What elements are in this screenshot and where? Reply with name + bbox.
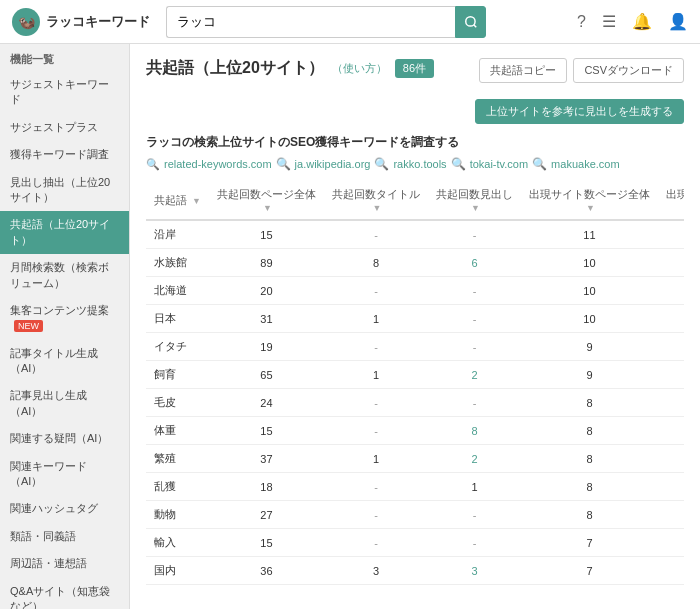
- link-wikipedia[interactable]: ja.wikipedia.org: [295, 158, 371, 170]
- cell-appear-heading: 2: [658, 445, 684, 473]
- logo: 🦦 ラッコキーワード: [12, 8, 150, 36]
- sidebar-item-suggest[interactable]: サジェストキーワード: [0, 71, 129, 114]
- cell-co-occur-heading[interactable]: 6: [428, 249, 521, 277]
- cell-appear-heading: -: [658, 277, 684, 305]
- cell-co-occur-heading: -: [428, 220, 521, 249]
- table-container: 共起語 ▼ 共起回数ページ全体 ▼ 共起回数タイトル ▼ 共起回数見出し: [146, 181, 684, 585]
- cell-co-occur-heading: -: [428, 501, 521, 529]
- usage-link[interactable]: （使い方）: [332, 61, 387, 76]
- cell-co-occur-heading[interactable]: 3: [428, 557, 521, 585]
- sidebar-item-related-q[interactable]: 関連する疑問（AI）: [0, 425, 129, 452]
- cell-co-occur-page: 37: [209, 445, 324, 473]
- th-appear-heading[interactable]: 出現サイト数見出し ▼: [658, 181, 684, 220]
- sidebar-item-monthly-search[interactable]: 月間検索数（検索ボリューム）: [0, 254, 129, 297]
- sidebar-item-see-also[interactable]: 見出し抽出（上位20サイト）: [0, 169, 129, 212]
- cell-keyword: 飼育: [146, 361, 209, 389]
- table-row: 輸入15--7-∨: [146, 529, 684, 557]
- sidebar-item-related-kw[interactable]: 関連キーワード（AI）: [0, 453, 129, 496]
- sidebar-item-article-heading[interactable]: 記事見出し生成（AI）: [0, 382, 129, 425]
- layout: 機能一覧 サジェストキーワード サジェストプラス 獲得キーワード調査 見出し抽出…: [0, 44, 700, 609]
- csv-download-button[interactable]: CSVダウンロード: [573, 58, 684, 83]
- cell-co-occur-page: 19: [209, 333, 324, 361]
- cell-appear-page: 7: [521, 557, 658, 585]
- svg-point-0: [465, 16, 474, 25]
- cell-co-occur-page: 36: [209, 557, 324, 585]
- sidebar-item-word-issues[interactable]: 類語・同義語: [0, 523, 129, 550]
- cell-co-occur-title: -: [324, 501, 428, 529]
- sidebar-item-qa[interactable]: Q&Aサイト（知恵袋など）: [0, 578, 129, 609]
- link-makuake[interactable]: makuake.com: [551, 158, 619, 170]
- cell-keyword: 毛皮: [146, 389, 209, 417]
- sidebar-section-title: 機能一覧: [0, 44, 129, 71]
- th-appear-page[interactable]: 出現サイト数ページ全体 ▼: [521, 181, 658, 220]
- user-icon[interactable]: 👤: [668, 12, 688, 31]
- cell-appear-page: 8: [521, 445, 658, 473]
- cell-keyword: 沿岸: [146, 220, 209, 249]
- sidebar-item-co-occur[interactable]: 共起語（上位20サイト）: [0, 211, 129, 254]
- cell-appear-page: 8: [521, 389, 658, 417]
- cell-co-occur-page: 15: [209, 529, 324, 557]
- search-icon: [464, 15, 478, 29]
- sidebar-item-content[interactable]: 集客コンテンツ提案 NEW: [0, 297, 129, 340]
- header-row: 共起語 ▼ 共起回数ページ全体 ▼ 共起回数タイトル ▼ 共起回数見出し: [146, 181, 684, 220]
- table-row: 北海道20--10-∨: [146, 277, 684, 305]
- sidebar-item-hashtag[interactable]: 関連ハッシュタグ: [0, 495, 129, 522]
- cell-appear-page: 9: [521, 333, 658, 361]
- cell-co-occur-page: 24: [209, 389, 324, 417]
- th-co-occur-page[interactable]: 共起回数ページ全体 ▼: [209, 181, 324, 220]
- link-related-keywords[interactable]: related-keywords.com: [164, 158, 272, 170]
- cell-co-occur-title: -: [324, 473, 428, 501]
- cell-co-occur-heading[interactable]: 2: [428, 361, 521, 389]
- cell-appear-heading: -: [658, 417, 684, 445]
- cell-appear-heading: -: [658, 389, 684, 417]
- cell-co-occur-heading[interactable]: 2: [428, 445, 521, 473]
- cell-keyword: 乱獲: [146, 473, 209, 501]
- search-button[interactable]: [455, 6, 486, 38]
- cell-co-occur-title: 8: [324, 249, 428, 277]
- notification-icon[interactable]: 🔔: [632, 12, 652, 31]
- links-row: 🔍 related-keywords.com 🔍 ja.wikipedia.or…: [146, 157, 684, 171]
- cell-co-occur-page: 31: [209, 305, 324, 333]
- th-co-occur-heading[interactable]: 共起回数見出し ▼: [428, 181, 521, 220]
- sidebar-item-suggest-plus[interactable]: サジェストプラス: [0, 114, 129, 141]
- cell-co-occur-title: -: [324, 389, 428, 417]
- link-rakko-tools[interactable]: rakko.tools: [393, 158, 446, 170]
- cell-co-occur-heading: -: [428, 305, 521, 333]
- link-sep-3: 🔍: [451, 157, 466, 171]
- cell-co-occur-title: -: [324, 277, 428, 305]
- table-row: 動物27--8-∨: [146, 501, 684, 529]
- cell-appear-page: 8: [521, 417, 658, 445]
- search-input[interactable]: [166, 6, 455, 38]
- cell-appear-page: 10: [521, 249, 658, 277]
- link-tokai-tv[interactable]: tokai-tv.com: [470, 158, 528, 170]
- cell-co-occur-heading: -: [428, 529, 521, 557]
- help-icon[interactable]: ?: [577, 13, 586, 31]
- link-sep-1: 🔍: [276, 157, 291, 171]
- cell-co-occur-title: 1: [324, 361, 428, 389]
- generate-heading-button[interactable]: 上位サイトを参考に見出しを生成する: [475, 99, 684, 124]
- main-content: 共起語（上位20サイト） （使い方） 86件 共起語コピー CSVダウンロード …: [130, 44, 700, 609]
- sidebar-item-article-title[interactable]: 記事タイトル生成（AI）: [0, 340, 129, 383]
- cell-co-occur-page: 27: [209, 501, 324, 529]
- cell-keyword: イタチ: [146, 333, 209, 361]
- cell-co-occur-title: -: [324, 417, 428, 445]
- table-row: 体重15-88-∨: [146, 417, 684, 445]
- cell-co-occur-page: 65: [209, 361, 324, 389]
- th-keyword[interactable]: 共起語 ▼: [146, 181, 209, 220]
- table-row: 毛皮24--8-∨: [146, 389, 684, 417]
- menu-icon[interactable]: ☰: [602, 12, 616, 31]
- cell-co-occur-page: 15: [209, 417, 324, 445]
- cell-appear-page: 10: [521, 305, 658, 333]
- cell-appear-heading: 2: [658, 361, 684, 389]
- cell-appear-heading: -: [658, 529, 684, 557]
- cell-co-occur-title: 1: [324, 445, 428, 473]
- copy-button[interactable]: 共起語コピー: [479, 58, 567, 83]
- cell-co-occur-title: -: [324, 529, 428, 557]
- th-co-occur-title[interactable]: 共起回数タイトル ▼: [324, 181, 428, 220]
- table-header: 共起語 ▼ 共起回数ページ全体 ▼ 共起回数タイトル ▼ 共起回数見出し: [146, 181, 684, 220]
- cell-co-occur-heading[interactable]: 8: [428, 417, 521, 445]
- sidebar-item-nearby[interactable]: 周辺語・連想語: [0, 550, 129, 577]
- sidebar-item-keyword-survey[interactable]: 獲得キーワード調査: [0, 141, 129, 168]
- table-row: イタチ19--9-∨: [146, 333, 684, 361]
- search-bar: [166, 6, 486, 38]
